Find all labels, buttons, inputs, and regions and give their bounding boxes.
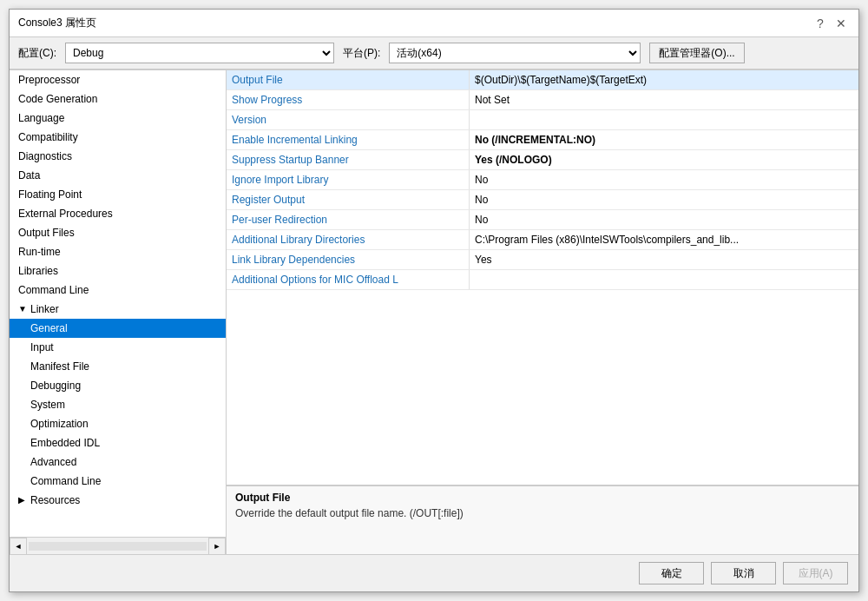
prop-row-show-progress[interactable]: Show Progress Not Set bbox=[227, 90, 858, 110]
prop-row-version[interactable]: Version bbox=[227, 110, 858, 130]
hscroll-right-btn[interactable]: ► bbox=[208, 538, 226, 555]
property-panel: Output File $(OutDir)\$(TargetName)$(Tar… bbox=[227, 70, 858, 554]
tree-item-command-line-2[interactable]: Command Line bbox=[10, 472, 226, 491]
tree-item-manifest-file[interactable]: Manifest File bbox=[10, 357, 226, 376]
prop-value-show-progress: Not Set bbox=[470, 90, 858, 109]
description-panel: Output File Override the default output … bbox=[227, 485, 858, 554]
prop-name-banner: Suppress Startup Banner bbox=[227, 150, 470, 169]
tree-item-embedded-idl[interactable]: Embedded IDL bbox=[10, 433, 226, 452]
hscroll-track[interactable] bbox=[29, 542, 207, 551]
prop-name-register-output: Register Output bbox=[227, 190, 470, 209]
tree-item-data[interactable]: Data bbox=[10, 166, 226, 185]
prop-value-banner: Yes (/NOLOGO) bbox=[470, 150, 858, 169]
help-button[interactable]: ? bbox=[812, 15, 829, 32]
tree-item-optimization[interactable]: Optimization bbox=[10, 414, 226, 433]
cancel-button[interactable]: 取消 bbox=[711, 562, 776, 584]
main-content: Preprocessor Code Generation Language Co… bbox=[10, 69, 858, 554]
config-manager-button[interactable]: 配置管理器(O)... bbox=[649, 43, 744, 63]
tree-group-linker[interactable]: ▼ Linker bbox=[10, 300, 226, 319]
prop-value-version bbox=[470, 110, 858, 129]
bottom-bar: 确定 取消 应用(A) bbox=[10, 554, 858, 591]
apply-button[interactable]: 应用(A) bbox=[783, 562, 848, 584]
tree-scroll[interactable]: Preprocessor Code Generation Language Co… bbox=[10, 70, 226, 537]
prop-name-link-deps: Link Library Dependencies bbox=[227, 250, 470, 269]
linker-label: Linker bbox=[30, 301, 59, 317]
prop-row-link-deps[interactable]: Link Library Dependencies Yes bbox=[227, 250, 858, 270]
tree-item-output-files[interactable]: Output Files bbox=[10, 223, 226, 242]
prop-name-import-library: Ignore Import Library bbox=[227, 170, 470, 189]
description-text: Override the default output file name. (… bbox=[235, 507, 850, 519]
prop-name-incremental: Enable Incremental Linking bbox=[227, 130, 470, 149]
tree-item-external-procedures[interactable]: External Procedures bbox=[10, 204, 226, 223]
tree-item-system[interactable]: System bbox=[10, 395, 226, 414]
prop-name-mic-offload: Additional Options for MIC Offload L bbox=[227, 270, 470, 289]
prop-value-incremental: No (/INCREMENTAL:NO) bbox=[470, 130, 858, 149]
tree-item-code-generation[interactable]: Code Generation bbox=[10, 89, 226, 109]
ok-button[interactable]: 确定 bbox=[639, 562, 704, 584]
tree-item-debugging[interactable]: Debugging bbox=[10, 376, 226, 395]
prop-name-output-file: Output File bbox=[227, 70, 470, 89]
prop-name-per-user-redirect: Per-user Redirection bbox=[227, 210, 470, 229]
resources-expand-icon: ▶ bbox=[18, 492, 30, 508]
tree-hscroll: ◄ ► bbox=[10, 537, 226, 554]
tree-item-input[interactable]: Input bbox=[10, 338, 226, 357]
tree-panel: Preprocessor Code Generation Language Co… bbox=[10, 70, 227, 554]
prop-value-mic-offload bbox=[470, 270, 858, 289]
close-button[interactable]: ✕ bbox=[832, 15, 850, 32]
hscroll-left-btn[interactable]: ◄ bbox=[10, 538, 27, 555]
prop-value-output-file: $(OutDir)\$(TargetName)$(TargetExt) bbox=[470, 70, 858, 89]
dialog-window: Console3 属性页 ? ✕ 配置(C): Debug 平台(P): 活动(… bbox=[9, 9, 859, 592]
prop-row-per-user-redirect[interactable]: Per-user Redirection No bbox=[227, 210, 858, 230]
prop-row-incremental[interactable]: Enable Incremental Linking No (/INCREMEN… bbox=[227, 130, 858, 150]
tree-item-language[interactable]: Language bbox=[10, 109, 226, 128]
platform-label: 平台(P): bbox=[343, 46, 380, 61]
config-select[interactable]: Debug bbox=[65, 43, 334, 63]
title-bar-buttons: ? ✕ bbox=[812, 15, 850, 32]
prop-value-register-output: No bbox=[470, 190, 858, 209]
prop-row-register-output[interactable]: Register Output No bbox=[227, 190, 858, 210]
prop-value-import-library: No bbox=[470, 170, 858, 189]
window-title: Console3 属性页 bbox=[18, 16, 96, 30]
prop-row-import-library[interactable]: Ignore Import Library No bbox=[227, 170, 858, 190]
prop-row-lib-dirs[interactable]: Additional Library Directories C:\Progra… bbox=[227, 230, 858, 250]
tree-item-libraries[interactable]: Libraries bbox=[10, 261, 226, 281]
tree-item-advanced[interactable]: Advanced bbox=[10, 452, 226, 472]
linker-expand-icon: ▼ bbox=[18, 301, 30, 317]
description-title: Output File bbox=[235, 492, 850, 504]
tree-item-diagnostics[interactable]: Diagnostics bbox=[10, 147, 226, 166]
tree-group-resources[interactable]: ▶ Resources bbox=[10, 491, 226, 510]
prop-value-link-deps: Yes bbox=[470, 250, 858, 269]
prop-row-banner[interactable]: Suppress Startup Banner Yes (/NOLOGO) bbox=[227, 150, 858, 170]
platform-select[interactable]: 活动(x64) bbox=[389, 43, 641, 63]
prop-name-show-progress: Show Progress bbox=[227, 90, 470, 109]
tree-item-compatibility[interactable]: Compatibility bbox=[10, 128, 226, 147]
tree-item-run-time[interactable]: Run-time bbox=[10, 242, 226, 261]
toolbar: 配置(C): Debug 平台(P): 活动(x64) 配置管理器(O)... bbox=[10, 37, 858, 69]
tree-item-general[interactable]: General bbox=[10, 319, 226, 338]
resources-label: Resources bbox=[30, 492, 80, 508]
prop-row-mic-offload[interactable]: Additional Options for MIC Offload L bbox=[227, 270, 858, 290]
tree-item-preprocessor[interactable]: Preprocessor bbox=[10, 70, 226, 89]
prop-name-version: Version bbox=[227, 110, 470, 129]
prop-value-lib-dirs: C:\Program Files (x86)\IntelSWTools\comp… bbox=[470, 230, 858, 249]
prop-row-output-file[interactable]: Output File $(OutDir)\$(TargetName)$(Tar… bbox=[227, 70, 858, 90]
tree-item-command-line-1[interactable]: Command Line bbox=[10, 281, 226, 300]
tree-item-floating-point[interactable]: Floating Point bbox=[10, 185, 226, 204]
prop-value-per-user-redirect: No bbox=[470, 210, 858, 229]
property-table: Output File $(OutDir)\$(TargetName)$(Tar… bbox=[227, 70, 858, 485]
prop-name-lib-dirs: Additional Library Directories bbox=[227, 230, 470, 249]
title-bar: Console3 属性页 ? ✕ bbox=[10, 10, 858, 37]
config-label: 配置(C): bbox=[18, 46, 56, 61]
